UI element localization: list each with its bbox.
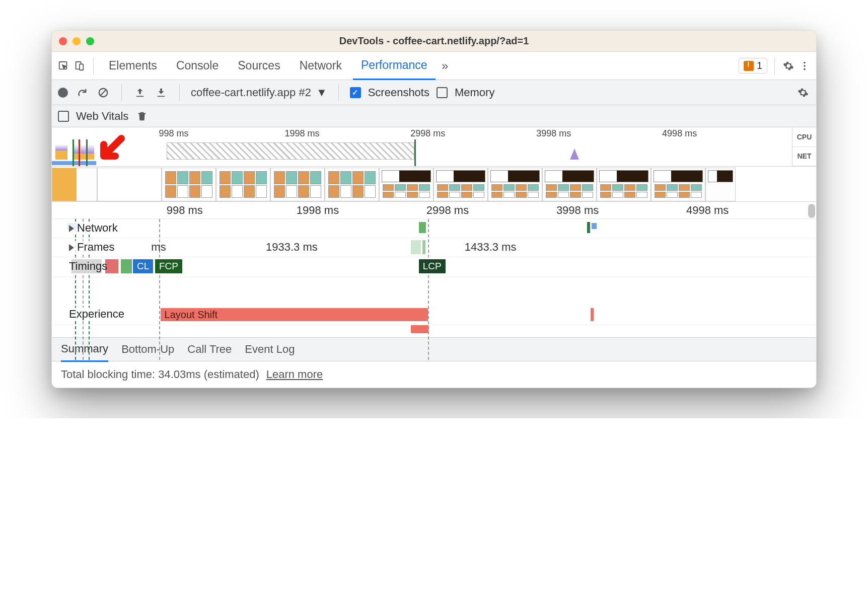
inspect-icon[interactable]	[57, 59, 70, 72]
tab-sources[interactable]: Sources	[230, 52, 288, 80]
tab-summary[interactable]: Summary	[61, 338, 108, 362]
ruler-tick: 1998 ms	[297, 204, 339, 217]
tab-network[interactable]: Network	[292, 52, 350, 80]
fcp-badge[interactable]: FCP	[155, 259, 182, 273]
overview-side-labels: CPU NET	[792, 127, 816, 166]
network-request-bar[interactable]	[592, 223, 597, 229]
tab-event-log[interactable]: Event Log	[245, 337, 295, 361]
chevron-down-icon: ▼	[316, 86, 327, 99]
issues-badge[interactable]: 1	[739, 58, 767, 73]
filmstrip-frame[interactable]	[162, 168, 216, 201]
upload-icon[interactable]	[133, 86, 147, 100]
window-titlebar: DevTools - coffee-cart.netlify.app/?ad=1	[52, 31, 816, 52]
timings-slice	[121, 259, 132, 273]
main-tabbar: Elements Console Sources Network Perform…	[52, 52, 816, 80]
settings-icon[interactable]	[782, 59, 795, 72]
close-window-button[interactable]	[59, 37, 67, 45]
memory-checkbox[interactable]	[437, 87, 448, 98]
trash-icon[interactable]	[135, 110, 149, 123]
total-blocking-time: Total blocking time: 34.03ms (estimated)	[61, 368, 259, 381]
device-toggle-icon[interactable]	[73, 59, 86, 72]
svg-point-4	[804, 65, 806, 67]
experience-track[interactable]: Experience Layout Shift	[52, 305, 816, 325]
ruler-tick: 2998 ms	[410, 128, 445, 139]
network-track-header[interactable]: Network	[67, 221, 120, 235]
network-request-bar[interactable]	[587, 222, 590, 233]
filmstrip-frame[interactable]	[542, 168, 597, 201]
svg-rect-2	[80, 64, 83, 70]
capture-settings-icon[interactable]	[796, 86, 810, 100]
layout-shift-bar[interactable]	[591, 308, 594, 321]
filmstrip-frame[interactable]	[97, 168, 162, 201]
flame-chart-area[interactable]: 998 ms 1998 ms 2998 ms 3998 ms 4998 ms N…	[52, 202, 816, 337]
cpu-label: CPU	[792, 127, 816, 147]
screenshot-filmstrip[interactable]	[52, 167, 816, 202]
tab-performance[interactable]: Performance	[353, 52, 436, 80]
minimize-window-button[interactable]	[73, 37, 81, 45]
maximize-window-button[interactable]	[86, 37, 94, 45]
frames-track[interactable]: Frames ms 1933.3 ms 1433.3 ms	[52, 238, 816, 257]
timings-track[interactable]: Timings CL FCP LCP	[52, 257, 816, 277]
summary-pane: Total blocking time: 34.03ms (estimated)…	[52, 361, 816, 388]
reload-icon[interactable]	[75, 86, 89, 100]
expand-icon	[69, 244, 74, 251]
frame-bar[interactable]	[422, 240, 425, 254]
download-icon[interactable]	[154, 86, 168, 100]
marker-line	[86, 139, 88, 166]
kebab-menu-icon[interactable]	[798, 59, 811, 72]
filmstrip-frame[interactable]	[325, 168, 379, 201]
overview-graph[interactable]	[52, 139, 792, 166]
web-vitals-label: Web Vitals	[76, 110, 128, 123]
frame-bar[interactable]	[411, 240, 421, 254]
window-title: DevTools - coffee-cart.netlify.app/?ad=1	[52, 35, 816, 47]
filmstrip-frame[interactable]	[379, 168, 433, 201]
tab-bottom-up[interactable]: Bottom-Up	[121, 337, 174, 361]
record-button[interactable]	[58, 88, 68, 98]
separator	[121, 84, 122, 101]
tab-console[interactable]: Console	[168, 52, 227, 80]
warning-icon	[744, 61, 754, 71]
tab-call-tree[interactable]: Call Tree	[187, 337, 232, 361]
separator	[338, 84, 339, 101]
marker-line	[73, 139, 74, 166]
cls-badge[interactable]: CL	[133, 259, 153, 273]
scrollbar-thumb[interactable]	[808, 204, 815, 218]
memory-label: Memory	[455, 86, 494, 99]
perf-toolbar: coffee-cart.netlify.app #2 ▼ Screenshots…	[52, 80, 816, 105]
profile-selector[interactable]: coffee-cart.netlify.app #2 ▼	[191, 86, 327, 99]
filmstrip-frame[interactable]	[270, 168, 325, 201]
network-request-bar[interactable]	[419, 222, 426, 233]
web-vitals-checkbox[interactable]	[58, 111, 69, 122]
net-label: NET	[792, 147, 816, 167]
cpu-peak	[55, 144, 67, 160]
filmstrip-frame[interactable]	[597, 168, 651, 201]
traffic-lights	[59, 37, 94, 45]
network-track[interactable]: Network	[52, 219, 816, 238]
filmstrip-frame[interactable]	[488, 168, 542, 201]
issues-count: 1	[757, 60, 762, 71]
more-tabs-icon[interactable]: »	[439, 59, 452, 72]
layout-shift-bar[interactable]: Layout Shift	[161, 308, 428, 321]
tab-elements[interactable]: Elements	[101, 52, 165, 80]
filmstrip-frame[interactable]	[216, 168, 270, 201]
layout-shift-bar[interactable]	[411, 325, 428, 333]
overview-pane[interactable]: 998 ms 1998 ms 2998 ms 3998 ms 4998 ms C…	[52, 127, 816, 167]
separator	[179, 84, 180, 101]
experience-track-header[interactable]: Experience	[67, 308, 126, 321]
lcp-badge[interactable]: LCP	[419, 259, 446, 273]
filmstrip-frame[interactable]	[705, 168, 736, 201]
track-ruler: 998 ms 1998 ms 2998 ms 3998 ms 4998 ms	[52, 202, 816, 219]
ruler-tick: 4998 ms	[686, 204, 729, 217]
frames-track-header[interactable]: Frames	[67, 241, 117, 254]
filmstrip-frame[interactable]	[52, 168, 97, 201]
timings-track-header[interactable]: Timings	[67, 260, 109, 273]
clear-icon[interactable]	[96, 86, 110, 100]
filmstrip-frame[interactable]	[433, 168, 488, 201]
track-spacer	[52, 277, 816, 305]
devtools-window: DevTools - coffee-cart.netlify.app/?ad=1…	[51, 30, 817, 388]
learn-more-link[interactable]: Learn more	[266, 368, 323, 381]
screenshots-checkbox[interactable]	[350, 87, 361, 98]
profile-name: coffee-cart.netlify.app #2	[191, 86, 311, 99]
filmstrip-frame[interactable]	[651, 168, 705, 201]
experience-track-row2[interactable]	[52, 325, 816, 337]
